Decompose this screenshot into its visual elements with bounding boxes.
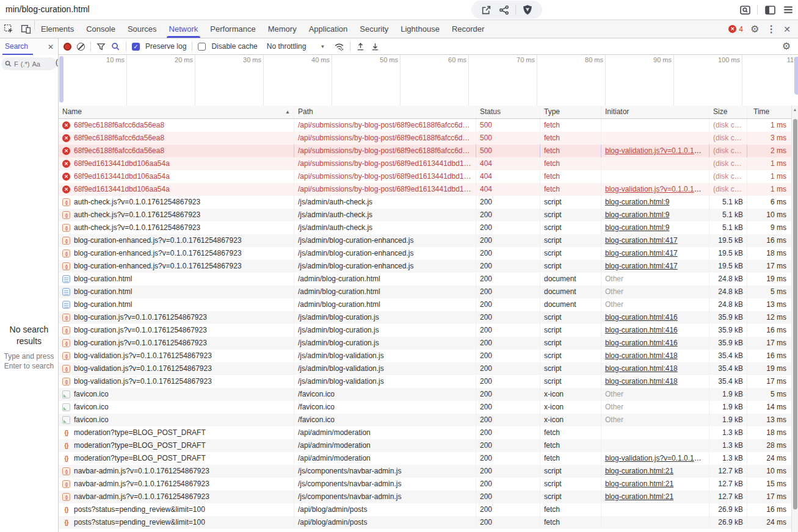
- inspect-element-icon[interactable]: [0, 20, 17, 38]
- tab-sources[interactable]: Sources: [122, 20, 163, 38]
- match-case-toggle[interactable]: Aa: [32, 60, 40, 68]
- request-row[interactable]: {}auth-check.js?v=0.1.0.1761254867923/js…: [59, 196, 791, 209]
- tab-console[interactable]: Console: [80, 20, 122, 38]
- kebab-menu-icon[interactable]: ⋮: [766, 24, 776, 34]
- initiator-link[interactable]: blog-curation.html:9: [605, 198, 669, 206]
- brave-shield-icon[interactable]: [521, 4, 534, 16]
- open-external-icon[interactable]: [480, 4, 492, 16]
- column-header-status[interactable]: Status: [476, 106, 540, 118]
- url-text[interactable]: min/blog-curation.html: [5, 4, 90, 14]
- import-har-icon[interactable]: [356, 42, 365, 51]
- request-row[interactable]: ✕68f9ec6188f6afcc6da56ea8/api/submission…: [59, 132, 791, 145]
- scrollbar-thumb[interactable]: [793, 119, 797, 509]
- request-row[interactable]: {}navbar-admin.js?v=0.1.0.1761254867923/…: [59, 478, 791, 491]
- initiator-link[interactable]: blog-curation.html:418: [605, 364, 678, 373]
- preserve-log-label[interactable]: Preserve log: [145, 42, 186, 51]
- tab-network[interactable]: Network: [163, 20, 205, 38]
- initiator-link[interactable]: blog-validation.js?v=0.1.0.1761254867923: [605, 146, 709, 155]
- tab-security[interactable]: Security: [354, 20, 394, 38]
- request-row[interactable]: {}posts?status=pending_review&limit=100/…: [59, 503, 791, 516]
- initiator-link[interactable]: blog-curation.html:418: [605, 377, 678, 386]
- request-row[interactable]: {}blog-curation-enhanced.js?v=0.1.0.1761…: [59, 260, 791, 273]
- request-row[interactable]: ✕68f9ec6188f6afcc6da56ea8/api/submission…: [59, 119, 791, 132]
- request-row[interactable]: {}blog-curation-enhanced.js?v=0.1.0.1761…: [59, 247, 791, 260]
- tab-search[interactable]: Search: [5, 38, 28, 55]
- request-row[interactable]: {}blog-validation.js?v=0.1.0.17612548679…: [59, 362, 791, 375]
- sidebar-toggle-icon[interactable]: [764, 4, 776, 16]
- disable-cache-checkbox[interactable]: [198, 43, 206, 51]
- console-error-badge[interactable]: ✕ 4: [728, 25, 743, 34]
- initiator-link[interactable]: blog-curation.html:21: [605, 492, 673, 501]
- settings-gear-icon[interactable]: ⚙: [750, 24, 759, 34]
- preserve-log-checkbox[interactable]: ✓: [132, 43, 140, 51]
- throttling-select[interactable]: No throttling: [267, 42, 307, 51]
- table-scrollbar[interactable]: ▲: [791, 106, 798, 532]
- initiator-link[interactable]: blog-curation.html:9: [605, 210, 669, 219]
- column-header-name[interactable]: Name ▲: [59, 106, 294, 118]
- request-row[interactable]: favicon.ico/favicon.ico200x-iconOther1.9…: [59, 401, 791, 414]
- initiator-link[interactable]: blog-curation.html:9: [605, 223, 669, 232]
- request-row[interactable]: {}blog-curation.js?v=0.1.0.1761254867923…: [59, 337, 791, 350]
- request-row[interactable]: {}blog-validation.js?v=0.1.0.17612548679…: [59, 375, 791, 388]
- close-devtools-icon[interactable]: ✕: [783, 25, 791, 34]
- export-har-icon[interactable]: [371, 42, 380, 51]
- tab-performance[interactable]: Performance: [204, 20, 261, 38]
- column-header-initiator[interactable]: Initiator: [601, 106, 709, 118]
- initiator-link[interactable]: blog-curation.html:417: [605, 262, 678, 270]
- scroll-up-arrow-icon[interactable]: ▲: [792, 107, 798, 112]
- request-row[interactable]: {}moderation?type=BLOG_POST_DRAFT/api/ad…: [59, 426, 791, 439]
- initiator-link[interactable]: blog-curation.html:416: [605, 339, 678, 347]
- request-row[interactable]: {}moderation?type=BLOG_POST_DRAFT/api/ad…: [59, 439, 791, 452]
- clear-network-log-icon[interactable]: [77, 43, 85, 51]
- column-header-type[interactable]: Type: [540, 106, 601, 118]
- request-row[interactable]: blog-curation.html/admin/blog-curation.h…: [59, 286, 791, 298]
- initiator-link[interactable]: blog-validation.js?v=0.1.0.1761254867923: [605, 185, 709, 193]
- request-row[interactable]: favicon.ico/favicon.ico200x-iconOther1.9…: [59, 414, 791, 426]
- request-row[interactable]: ✕68f9ed1613441dbd106aa54a/api/submission…: [59, 183, 791, 196]
- disable-cache-label[interactable]: Disable cache: [211, 42, 257, 51]
- request-row[interactable]: {}posts?status=pending_review&limit=100/…: [59, 516, 791, 529]
- request-row[interactable]: ✕68f9ed1613441dbd106aa54a/api/submission…: [59, 170, 791, 183]
- request-row[interactable]: blog-curation.html/admin/blog-curation.h…: [59, 273, 791, 286]
- request-row[interactable]: {}blog-curation-enhanced.js?v=0.1.0.1761…: [59, 234, 791, 247]
- panel-scroll-thumb-right[interactable]: [794, 57, 798, 95]
- initiator-link[interactable]: blog-curation.html:416: [605, 313, 678, 322]
- request-row[interactable]: ✕68f9ec6188f6afcc6da56ea8/api/submission…: [59, 145, 791, 157]
- request-row[interactable]: {}blog-curation.js?v=0.1.0.1761254867923…: [59, 311, 791, 324]
- request-row[interactable]: {}auth-check.js?v=0.1.0.1761254867923/js…: [59, 221, 791, 234]
- network-conditions-icon[interactable]: [334, 41, 344, 52]
- initiator-link[interactable]: blog-curation.html:21: [605, 467, 673, 475]
- filter-icon[interactable]: [96, 42, 106, 51]
- record-network-log-button[interactable]: [63, 43, 71, 51]
- column-header-path[interactable]: Path: [294, 106, 476, 118]
- request-row[interactable]: blog-curation.html/admin/blog-curation.h…: [59, 298, 791, 311]
- request-row[interactable]: {}blog-curation.js?v=0.1.0.1761254867923…: [59, 324, 791, 337]
- tab-application[interactable]: Application: [303, 20, 354, 38]
- close-search-panel-icon[interactable]: ✕: [48, 43, 54, 51]
- column-header-time[interactable]: Time: [747, 106, 791, 118]
- regex-toggle[interactable]: (.*): [21, 60, 30, 68]
- page-search-icon[interactable]: [739, 4, 751, 16]
- initiator-link[interactable]: blog-curation.html:21: [605, 480, 673, 488]
- initiator-link[interactable]: blog-curation.html:418: [605, 351, 678, 360]
- column-header-size[interactable]: Size: [709, 106, 747, 118]
- initiator-link[interactable]: blog-curation.html:416: [605, 326, 678, 334]
- panel-scroll-thumb-left[interactable]: [59, 56, 63, 102]
- initiator-link[interactable]: blog-curation.html:417: [605, 236, 678, 245]
- chevron-down-icon[interactable]: ▼: [320, 44, 325, 49]
- tab-elements[interactable]: Elements: [35, 20, 80, 38]
- menu-icon[interactable]: [782, 4, 794, 16]
- share-icon[interactable]: [498, 4, 510, 16]
- request-row[interactable]: {}navbar-admin.js?v=0.1.0.1761254867923/…: [59, 491, 791, 503]
- request-row[interactable]: {}moderation?type=BLOG_POST_DRAFT/api/ad…: [59, 452, 791, 465]
- search-input[interactable]: F (.*) Aa: [1, 57, 57, 70]
- network-overview-timeline[interactable]: 10 ms20 ms30 ms40 ms50 ms60 ms70 ms80 ms…: [59, 55, 798, 106]
- request-row[interactable]: ✕68f9ed1613441dbd106aa54a/api/submission…: [59, 157, 791, 170]
- network-search-icon[interactable]: [111, 42, 120, 51]
- tab-memory[interactable]: Memory: [262, 20, 303, 38]
- request-row[interactable]: {}auth-check.js?v=0.1.0.1761254867923/js…: [59, 209, 791, 221]
- tab-lighthouse[interactable]: Lighthouse: [394, 20, 446, 38]
- request-row[interactable]: {}navbar-admin.js?v=0.1.0.1761254867923/…: [59, 465, 791, 478]
- request-row[interactable]: {}blog-validation.js?v=0.1.0.17612548679…: [59, 350, 791, 362]
- initiator-link[interactable]: blog-validation.js?v=0.1.0.1761254867923: [605, 454, 709, 462]
